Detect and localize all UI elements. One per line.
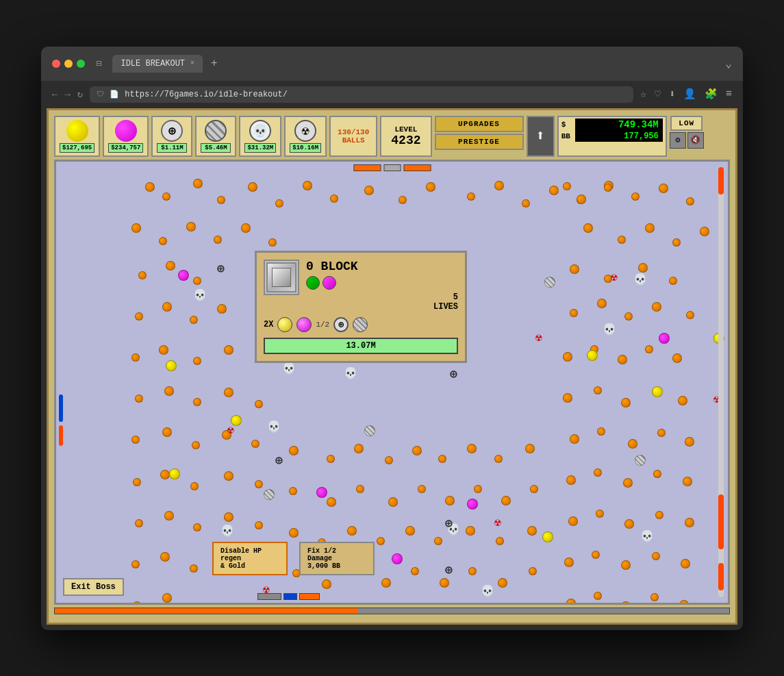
ball: [570, 434, 579, 444]
tooltip-subtitle: [306, 276, 458, 290]
plus-ball: ⊕: [450, 368, 457, 381]
chevron-down-icon[interactable]: ⌄: [725, 57, 732, 71]
ball: [347, 526, 357, 536]
ball: [530, 485, 538, 493]
radiation-ball-cost: $10.16M: [290, 143, 321, 153]
address-input[interactable]: 🛡 📄 https://76games.io/idle-breakout/: [90, 86, 633, 103]
ball: [624, 312, 633, 321]
pink-ball: [178, 270, 189, 281]
ball: [186, 222, 196, 231]
ball: [467, 192, 475, 201]
ball: [224, 471, 233, 481]
pink-ball: [316, 487, 327, 498]
ball: [289, 528, 299, 538]
back-button[interactable]: ←: [52, 89, 58, 100]
download-icon[interactable]: ⬇: [669, 88, 675, 101]
ball: [135, 312, 143, 321]
modifier-2x: 2X: [264, 320, 273, 329]
ball: [131, 353, 140, 362]
pink-ball-button[interactable]: $234,757: [103, 116, 149, 157]
ball: [623, 478, 633, 488]
bookmark-icon[interactable]: ☆: [640, 88, 646, 101]
skull-ball-button[interactable]: 💀 $31.32M: [239, 116, 281, 157]
upgrades-button[interactable]: UPGRADES: [435, 116, 524, 132]
minimize-button[interactable]: [64, 60, 73, 68]
game-header: $127,695 $234,757 ⊕ $1.11M $5.46M 💀 $31.…: [54, 116, 730, 157]
ball: [522, 199, 530, 208]
striped-ball-button[interactable]: $5.46M: [195, 116, 236, 157]
plus-ball: ⊕: [217, 263, 225, 275]
ball: [224, 345, 233, 355]
bb-value-display: 177,956: [575, 131, 663, 142]
ball: [638, 263, 648, 273]
refresh-button[interactable]: ↻: [77, 88, 83, 100]
ball: [190, 482, 199, 490]
ball: [655, 511, 663, 519]
tab-close-icon[interactable]: ×: [190, 60, 194, 67]
ball: [160, 552, 170, 562]
boss-disable-tooltip[interactable]: Disable HP regen & Gold: [212, 542, 288, 575]
ball: [474, 485, 482, 493]
settings-button[interactable]: ⚙: [670, 132, 686, 149]
ball: [681, 559, 690, 568]
active-tab[interactable]: IDLE BREAKOUT ×: [112, 55, 203, 73]
ball: [268, 238, 277, 247]
ball: [303, 181, 312, 190]
ball: [583, 223, 593, 233]
ball: [135, 395, 143, 403]
top-progress: [353, 164, 431, 171]
striped-ball: [635, 455, 646, 466]
game-canvas[interactable]: 💀 💀 💀 💀 💀 💀 💀 💀 💀 💀 💀 💀 ☢ ☢ ☢ ☢ ☢ ☢ ☢ ☢ …: [54, 160, 730, 605]
yellow-ball-button[interactable]: $127,695: [54, 116, 100, 157]
quality-button[interactable]: LOW: [670, 116, 703, 131]
pink-ball-cost: $234,757: [108, 143, 143, 153]
block-icon: [264, 260, 299, 295]
bottom-seg-blue: [283, 593, 297, 600]
plus-ball-button[interactable]: ⊕ $1.11M: [151, 116, 192, 157]
ball: [645, 345, 653, 353]
tooltip-green-icon: [306, 276, 320, 290]
ball: [131, 223, 141, 233]
ball: [190, 564, 198, 573]
ball: [322, 579, 331, 589]
ball: [570, 264, 579, 274]
extensions-icon[interactable]: 🧩: [705, 88, 718, 101]
tab-bar: IDLE BREAKOUT × +: [112, 55, 717, 73]
ball: [162, 192, 170, 201]
titlebar: ⊟ IDLE BREAKOUT × + ⌄: [41, 47, 743, 81]
radiation-ball: ☢: [494, 518, 501, 529]
skull-ball: 💀: [193, 290, 207, 301]
ball: [466, 526, 475, 536]
close-button[interactable]: [52, 60, 60, 68]
sidebar-toggle-icon[interactable]: ⊟: [93, 56, 104, 71]
tooltip-progress-value: 13.07M: [346, 341, 375, 351]
pink-ball: [467, 499, 478, 510]
ball: [440, 578, 449, 588]
sound-button[interactable]: 🔇: [687, 132, 704, 149]
maximize-button[interactable]: [77, 60, 85, 68]
prestige-button[interactable]: PRESTIGE: [435, 134, 524, 150]
ball: [381, 578, 391, 588]
scrollbar-track[interactable]: [718, 167, 724, 597]
ball: [217, 196, 225, 204]
ball: [190, 316, 198, 324]
menu-icon[interactable]: ≡: [726, 88, 732, 100]
exit-boss-button[interactable]: Exit Boss: [63, 578, 124, 596]
ball: [628, 439, 637, 449]
ball: [468, 567, 477, 575]
bb-label: BB: [561, 132, 572, 140]
radiation-ball-button[interactable]: ☢ $10.16M: [284, 116, 327, 157]
forward-button[interactable]: →: [64, 89, 70, 100]
money-box: $ 749.34M BB 177,956: [557, 116, 667, 157]
pocket-icon[interactable]: ♡: [655, 88, 661, 101]
mod-divider: 1/2: [316, 321, 329, 329]
boss-fix-tooltip[interactable]: Fix 1/2 Damage 3,000 BB: [299, 542, 375, 575]
ball: [563, 393, 572, 403]
tooltip-info: 0 BLOCK 5 LIVES: [306, 260, 458, 312]
ball: [224, 388, 233, 397]
bottom-progress: [257, 593, 320, 600]
ball: [388, 497, 398, 507]
plus-ball-cost: $1.11M: [157, 143, 187, 153]
profile-icon[interactable]: 👤: [683, 88, 696, 101]
new-tab-button[interactable]: +: [205, 55, 223, 73]
